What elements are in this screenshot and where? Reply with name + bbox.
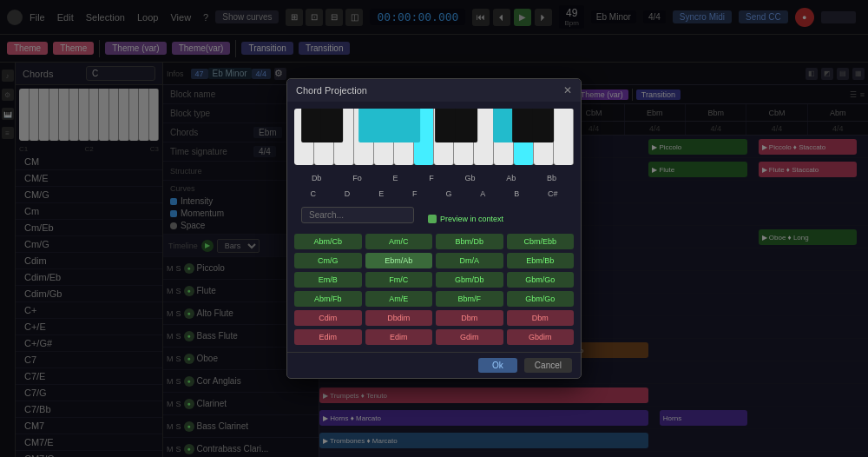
- mpw-d[interactable]: [314, 109, 334, 165]
- chord-bbmdb[interactable]: Bbm/Db: [436, 234, 503, 249]
- chord-gbmdb[interactable]: Gbm/Db: [436, 272, 503, 288]
- mpw-c2[interactable]: [434, 109, 454, 165]
- chord-cdim[interactable]: Cdim: [294, 310, 362, 326]
- chord-edim[interactable]: Edim: [294, 329, 362, 345]
- mpw-f2[interactable]: [494, 109, 514, 165]
- root-f[interactable]: F: [412, 189, 418, 198]
- chord-bbmf[interactable]: Bbm/F: [436, 291, 503, 307]
- chord-projection-modal: Chord Projection ✕: [286, 78, 582, 379]
- mpw-a2[interactable]: [534, 109, 554, 165]
- modal-title-bar: Chord Projection ✕: [287, 79, 581, 102]
- chord-emb[interactable]: Em/B: [294, 272, 362, 288]
- chord-ebmbb[interactable]: Ebm/Bb: [507, 253, 575, 268]
- preview-row: Preview in context: [428, 215, 503, 223]
- preview-label: Preview in context: [440, 215, 503, 223]
- mpw-g[interactable]: [374, 109, 394, 165]
- root-a[interactable]: A: [480, 189, 485, 198]
- mpw-f[interactable]: [354, 109, 374, 165]
- note-e: E: [392, 174, 398, 182]
- chord-dma[interactable]: Dm/A: [436, 253, 503, 268]
- modal-notes-row: Db Fo E F Gb Ab Bb: [287, 172, 581, 188]
- root-cs[interactable]: C#: [548, 189, 558, 198]
- modal-ok-button[interactable]: Ok: [478, 358, 517, 373]
- mpw-g2[interactable]: [514, 109, 534, 165]
- chord-ame[interactable]: Am/E: [365, 291, 433, 307]
- chord-amc[interactable]: Am/C: [365, 234, 433, 249]
- chord-abmcb[interactable]: Abm/Cb: [294, 234, 362, 249]
- root-c[interactable]: C: [310, 189, 316, 198]
- modal-search-row: Preview in context: [287, 203, 581, 234]
- modal-cancel-button[interactable]: Cancel: [524, 358, 572, 373]
- mpw-d2[interactable]: [454, 109, 474, 165]
- mpw-a[interactable]: [394, 109, 414, 165]
- chord-dbm[interactable]: Dbm: [436, 310, 503, 326]
- modal-title-text: Chord Projection: [296, 85, 367, 96]
- root-e[interactable]: E: [378, 189, 384, 198]
- chord-cmg[interactable]: Cm/G: [294, 253, 362, 268]
- modal-overlay[interactable]: Chord Projection ✕: [0, 0, 868, 457]
- chord-gbmgo2[interactable]: Gbm/Go: [507, 291, 575, 307]
- preview-checkbox[interactable]: [428, 215, 437, 223]
- note-fo: Fo: [352, 174, 362, 182]
- modal-footer: Ok Cancel: [287, 352, 581, 378]
- mpw-b2[interactable]: [554, 109, 574, 165]
- root-g[interactable]: G: [445, 189, 451, 198]
- mpw-c[interactable]: [294, 109, 314, 165]
- chord-dbm2[interactable]: Dbm: [507, 310, 575, 326]
- chord-search-modal-input[interactable]: [301, 207, 414, 223]
- chord-gbdim[interactable]: Gbdim: [507, 329, 575, 345]
- root-b[interactable]: B: [514, 189, 519, 198]
- chord-edim2[interactable]: Edim: [365, 329, 433, 345]
- chord-gdim[interactable]: Gdim: [436, 329, 503, 345]
- note-f: F: [429, 174, 434, 182]
- mpw-e2[interactable]: [474, 109, 494, 165]
- note-gb: Gb: [464, 174, 475, 182]
- chord-fmc[interactable]: Fm/C: [365, 272, 433, 288]
- chord-ebmab[interactable]: Ebm/Ab: [365, 253, 433, 268]
- modal-root-notes: C D E F G A B C#: [287, 188, 581, 203]
- modal-piano-whites: [294, 109, 574, 165]
- chord-cbmebb[interactable]: Cbm/Ebb: [507, 234, 575, 249]
- mpw-b[interactable]: [414, 109, 434, 165]
- root-d[interactable]: D: [345, 189, 351, 198]
- modal-piano[interactable]: [294, 109, 574, 165]
- mpw-e[interactable]: [334, 109, 354, 165]
- note-db: Db: [312, 174, 322, 182]
- chord-gbmgo[interactable]: Gbm/Go: [507, 272, 575, 288]
- note-ab: Ab: [506, 174, 516, 182]
- chord-abmfb[interactable]: Abm/Fb: [294, 291, 362, 307]
- modal-close-button[interactable]: ✕: [563, 84, 572, 96]
- note-bb: Bb: [547, 174, 556, 182]
- chord-dbdim[interactable]: Dbdim: [365, 310, 433, 326]
- modal-chords-grid: Abm/Cb Am/C Bbm/Db Cbm/Ebb Cm/G Ebm/Ab D…: [287, 234, 581, 352]
